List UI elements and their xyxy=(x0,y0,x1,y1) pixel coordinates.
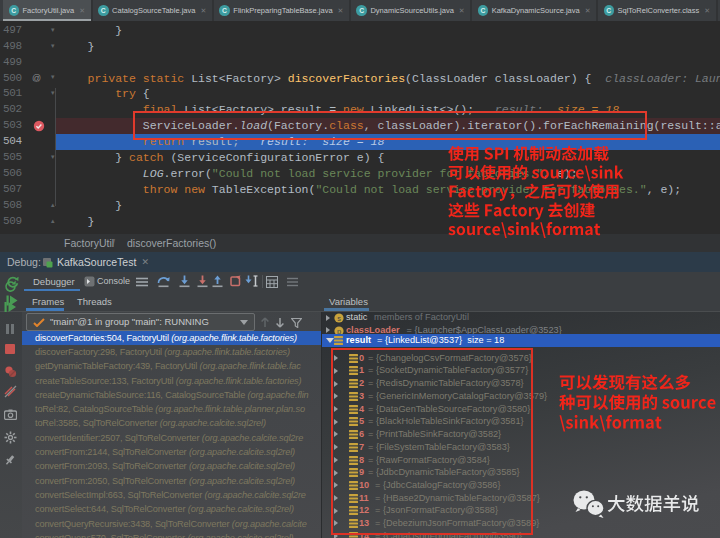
svg-text:s: s xyxy=(337,314,341,323)
